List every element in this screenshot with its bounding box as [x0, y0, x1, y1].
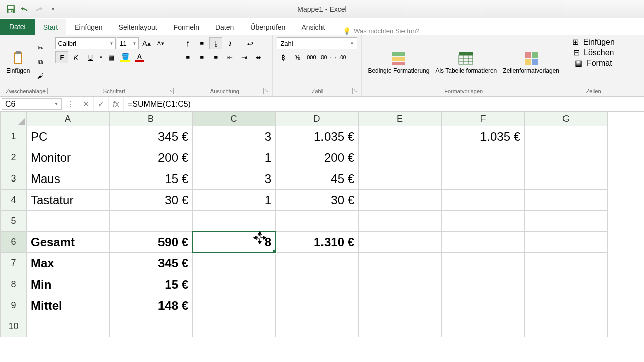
tab-formulas[interactable]: Formeln [166, 19, 207, 35]
cell-B2[interactable]: 200 € [110, 147, 193, 168]
fx-icon[interactable]: fx [109, 97, 124, 111]
insert-function-divider-icon[interactable]: ⋮ [63, 97, 78, 111]
column-header[interactable]: G [525, 112, 608, 126]
cell-C9[interactable] [193, 295, 276, 316]
cell-F4[interactable] [442, 190, 525, 211]
cell-G8[interactable] [525, 274, 608, 295]
paste-button[interactable]: Einfügen [4, 49, 32, 75]
underline-drop-icon[interactable]: ▼ [98, 51, 104, 63]
cell-F10[interactable] [442, 316, 525, 337]
column-header[interactable]: A [27, 112, 110, 126]
tell-me-search[interactable]: 💡 Was möchten Sie tun? [333, 27, 419, 35]
column-header[interactable]: E [359, 112, 442, 126]
tab-file[interactable]: Datei [0, 19, 35, 35]
launcher-icon[interactable]: ↘ [352, 88, 358, 94]
cell-E4[interactable] [359, 190, 442, 211]
cell-C7[interactable] [193, 253, 276, 274]
cell-F3[interactable] [442, 168, 525, 190]
cell-A5[interactable] [27, 211, 110, 232]
cell-E7[interactable] [359, 253, 442, 274]
align-bottom-icon[interactable]: ⭳ [209, 37, 222, 49]
column-header[interactable]: B [110, 112, 193, 126]
cell-B6[interactable]: 590 € [110, 232, 193, 253]
conditional-formatting-button[interactable]: Bedingte Formatierung [366, 49, 431, 75]
cell-A4[interactable]: Tastatur [27, 190, 110, 211]
row-header[interactable]: 5 [1, 211, 27, 232]
cell-styles-button[interactable]: Zellenformatvorlagen [501, 49, 561, 75]
cell-D3[interactable]: 45 € [276, 168, 359, 190]
cell-B10[interactable] [110, 316, 193, 337]
copy-icon[interactable]: ⧉ [34, 56, 47, 68]
redo-icon[interactable] [34, 5, 43, 14]
cell-C8[interactable] [193, 274, 276, 295]
align-center-icon[interactable]: ≡ [195, 51, 208, 63]
row-header[interactable]: 10 [1, 316, 27, 337]
decrease-indent-icon[interactable]: ⇤ [223, 51, 236, 63]
increase-decimal-icon[interactable]: .00→ [319, 51, 332, 63]
cell-C6[interactable]: 8 [193, 232, 276, 253]
launcher-icon[interactable]: ↘ [168, 88, 174, 94]
cell-G10[interactable] [525, 316, 608, 337]
cell-E10[interactable] [359, 316, 442, 337]
cell-C1[interactable]: 3 [193, 126, 276, 147]
cell-D7[interactable] [276, 253, 359, 274]
italic-button[interactable]: K [69, 51, 83, 63]
row-header[interactable]: 4 [1, 190, 27, 211]
tab-start[interactable]: Start [35, 19, 67, 35]
align-middle-icon[interactable]: ≡ [195, 37, 208, 49]
cell-E1[interactable] [359, 126, 442, 147]
cell-D4[interactable]: 30 € [276, 190, 359, 211]
decrease-decimal-icon[interactable]: ←.00 [333, 51, 346, 63]
increase-font-icon[interactable]: A▴ [140, 37, 153, 49]
enter-icon[interactable]: ✓ [94, 97, 109, 111]
row-header[interactable]: 3 [1, 168, 27, 190]
cell-G2[interactable] [525, 147, 608, 168]
cell-F1[interactable]: 1.035 € [442, 126, 525, 147]
cell-C3[interactable]: 3 [193, 168, 276, 190]
undo-icon[interactable] [20, 5, 29, 14]
cell-A2[interactable]: Monitor [27, 147, 110, 168]
launcher-icon[interactable]: ↘ [263, 88, 269, 94]
qat-customize-icon[interactable]: ▾ [48, 5, 57, 14]
decrease-font-icon[interactable]: A▾ [154, 37, 167, 49]
row-header[interactable]: 9 [1, 295, 27, 316]
align-left-icon[interactable]: ≡ [181, 51, 194, 63]
cell-G1[interactable] [525, 126, 608, 147]
cell-F7[interactable] [442, 253, 525, 274]
cell-F5[interactable] [442, 211, 525, 232]
cell-F9[interactable] [442, 295, 525, 316]
row-header[interactable]: 2 [1, 147, 27, 168]
number-format-select[interactable]: Zahl▼ [277, 37, 357, 49]
cancel-icon[interactable]: ✕ [78, 97, 94, 111]
comma-format-icon[interactable]: 000 [305, 51, 318, 63]
cell-C4[interactable]: 1 [193, 190, 276, 211]
cell-A9[interactable]: Mittel [27, 295, 110, 316]
cell-F6[interactable] [442, 232, 525, 253]
accounting-format-icon[interactable]: ₿ [277, 51, 290, 63]
cell-G6[interactable] [525, 232, 608, 253]
borders-icon[interactable]: ▦ [105, 51, 118, 63]
row-header[interactable]: 1 [1, 126, 27, 147]
formula-input[interactable]: =SUMME(C1:C5) [124, 97, 644, 111]
row-header[interactable]: 8 [1, 274, 27, 295]
cell-A3[interactable]: Maus [27, 168, 110, 190]
bold-button[interactable]: F [55, 51, 68, 63]
cell-A10[interactable] [27, 316, 110, 337]
format-cells-button[interactable]: ▦ Format [575, 58, 612, 68]
tab-pagelayout[interactable]: Seitenlayout [111, 19, 166, 35]
align-top-icon[interactable]: ⭱ [181, 37, 194, 49]
cell-E8[interactable] [359, 274, 442, 295]
cell-C5[interactable] [193, 211, 276, 232]
worksheet-grid[interactable]: ABCDEFG1PC345 €31.035 €1.035 €2Monitor20… [0, 112, 644, 337]
orientation-icon[interactable]: ⤸ [223, 37, 236, 49]
cell-A1[interactable]: PC [27, 126, 110, 147]
column-header[interactable]: D [276, 112, 359, 126]
column-header[interactable]: F [442, 112, 525, 126]
wrap-text-icon[interactable]: ⮐ [244, 37, 257, 49]
underline-button[interactable]: U [84, 51, 97, 63]
row-header[interactable]: 7 [1, 253, 27, 274]
cell-D5[interactable] [276, 211, 359, 232]
cell-D8[interactable] [276, 274, 359, 295]
name-box[interactable]: C6▼ [2, 98, 62, 110]
format-as-table-button[interactable]: Als Tabelle formatieren [433, 49, 499, 75]
